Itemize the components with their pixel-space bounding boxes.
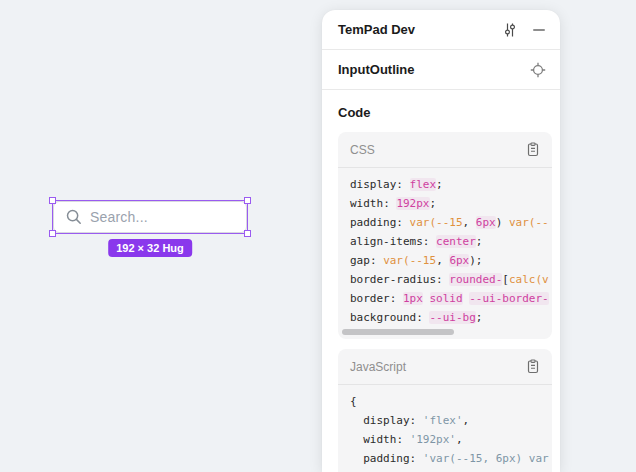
- search-icon: [65, 208, 83, 226]
- selected-node-row: InputOutline: [322, 50, 560, 90]
- css-code-block: CSS display: flex;width: 192px;padding: …: [338, 132, 552, 339]
- copy-icon[interactable]: [526, 142, 540, 157]
- selected-component: Search... 192 × 32 Hug: [53, 201, 247, 233]
- css-code: display: flex;width: 192px;padding: var(…: [338, 168, 552, 327]
- copy-icon[interactable]: [526, 359, 540, 374]
- selection-handle-bottom-left[interactable]: [49, 230, 56, 237]
- javascript-code-block: JavaScript { display: 'flex', width: '19…: [338, 349, 552, 472]
- search-input-component[interactable]: Search...: [53, 201, 247, 233]
- sliders-icon[interactable]: [502, 22, 518, 38]
- selection-size-badge: 192 × 32 Hug: [108, 239, 192, 257]
- css-code-scrollbar: [338, 327, 552, 339]
- selection-handle-top-right[interactable]: [244, 197, 251, 204]
- minimize-icon[interactable]: [532, 23, 546, 37]
- javascript-block-header[interactable]: JavaScript: [338, 349, 552, 385]
- code-section-title: Code: [338, 104, 544, 122]
- locate-icon[interactable]: [530, 62, 546, 78]
- panel-title: TemPad Dev: [338, 22, 415, 37]
- css-block-header[interactable]: CSS: [338, 132, 552, 168]
- component-name: InputOutline: [338, 62, 415, 77]
- css-code-scrollbar-thumb[interactable]: [342, 329, 454, 335]
- search-placeholder-text: Search...: [90, 209, 148, 225]
- javascript-block-label: JavaScript: [350, 360, 406, 374]
- selection-handle-top-left[interactable]: [49, 197, 56, 204]
- css-block-label: CSS: [350, 143, 375, 157]
- panel-header[interactable]: TemPad Dev: [322, 10, 560, 50]
- selection-handle-bottom-right[interactable]: [244, 230, 251, 237]
- tempad-dev-panel: TemPad Dev InputOutline: [322, 10, 560, 472]
- javascript-code: { display: 'flex', width: '192px', paddi…: [338, 385, 552, 472]
